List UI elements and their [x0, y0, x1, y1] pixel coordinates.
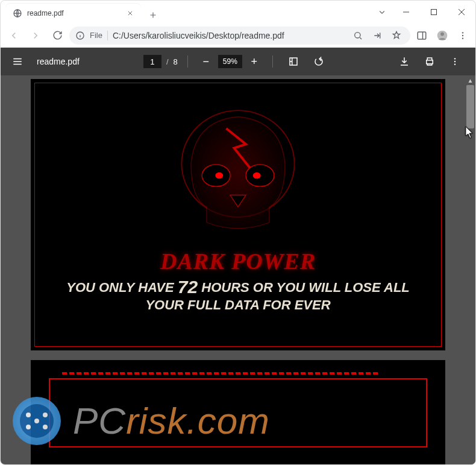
pdf-viewport[interactable]: DARK POWER YOU ONLY HAVE 72 HOURS OR YOU…	[1, 75, 475, 464]
zoom-indicator-icon[interactable]	[350, 28, 366, 43]
forward-button[interactable]	[26, 26, 45, 45]
globe-icon	[13, 8, 22, 18]
scrollbar-thumb[interactable]	[466, 85, 474, 128]
minimize-button[interactable]	[392, 3, 420, 21]
address-toolbar: File C:/Users/karolisliucveikis/Desktop/…	[1, 24, 475, 48]
svg-point-7	[462, 32, 463, 33]
download-button[interactable]	[393, 51, 415, 72]
address-bar[interactable]: File C:/Users/karolisliucveikis/Desktop/…	[69, 27, 410, 45]
svg-point-6	[440, 32, 444, 36]
svg-point-14	[454, 63, 456, 65]
svg-point-9	[462, 37, 463, 39]
svg-point-19	[253, 172, 261, 179]
svg-point-3	[355, 32, 360, 37]
warning-post: HOURS OR YOU WILL LOSE ALL	[198, 280, 410, 295]
toolbar-separator	[187, 55, 188, 68]
zoom-out-button[interactable]: −	[198, 53, 215, 70]
address-divider	[107, 31, 108, 40]
pdf-page-1: DARK POWER YOU ONLY HAVE 72 HOURS OR YOU…	[31, 79, 445, 350]
warning-hours: 72	[178, 277, 198, 297]
browser-menu-button[interactable]	[454, 27, 472, 45]
svg-rect-4	[418, 32, 426, 39]
toolbar-separator	[272, 55, 273, 68]
pdf-menu-button[interactable]	[10, 54, 25, 69]
scroll-up-button[interactable]: ▲	[465, 75, 475, 85]
warning-line2: YOUR FULL DATA FOR EVER	[145, 297, 330, 312]
svg-point-18	[215, 172, 223, 179]
svg-point-8	[462, 34, 463, 36]
share-icon[interactable]	[369, 28, 385, 43]
tab-title: readme.pdf	[27, 9, 121, 17]
skull-icon	[148, 97, 328, 254]
reload-button[interactable]	[48, 26, 67, 45]
svg-rect-1	[431, 10, 437, 15]
pdf-toolbar: readme.pdf 1 / 8 − 59% +	[1, 48, 475, 75]
back-button[interactable]	[4, 26, 23, 45]
svg-point-12	[454, 58, 456, 59]
window-close-button[interactable]	[448, 3, 475, 21]
total-pages: 8	[174, 57, 178, 66]
warning-pre: YOU ONLY HAVE	[66, 280, 178, 295]
file-scheme-label: File	[90, 31, 102, 40]
svg-rect-11	[427, 60, 433, 64]
pdf-more-button[interactable]	[444, 51, 466, 72]
new-tab-button[interactable]	[145, 7, 161, 24]
site-info-icon[interactable]	[75, 31, 85, 40]
browser-tab[interactable]: readme.pdf	[5, 3, 141, 24]
cursor-icon	[465, 127, 474, 139]
pdf-filename: readme.pdf	[37, 57, 80, 66]
page-indicator: 1 / 8	[143, 55, 178, 68]
zoom-in-button[interactable]: +	[246, 53, 263, 70]
browser-titlebar: readme.pdf	[1, 1, 475, 24]
url-path: C:/Users/karolisliucveikis/Desktop/readm…	[113, 31, 345, 40]
rotate-button[interactable]	[308, 51, 330, 72]
profile-button[interactable]	[433, 27, 451, 45]
tab-search-button[interactable]	[372, 3, 392, 21]
zoom-level[interactable]: 59%	[218, 55, 242, 68]
svg-point-13	[454, 61, 456, 62]
side-panel-button[interactable]	[413, 27, 431, 45]
current-page-input[interactable]: 1	[143, 55, 161, 68]
close-tab-button[interactable]	[125, 8, 135, 18]
page-slash: /	[166, 57, 169, 66]
print-button[interactable]	[419, 51, 440, 72]
document-warning: YOU ONLY HAVE 72 HOURS OR YOU WILL LOSE …	[31, 277, 445, 313]
document-title: DARK POWER	[31, 248, 445, 274]
pdf-page-2	[31, 360, 445, 465]
bookmark-icon[interactable]	[389, 28, 404, 43]
fit-page-button[interactable]	[283, 51, 304, 72]
maximize-button[interactable]	[420, 3, 448, 21]
